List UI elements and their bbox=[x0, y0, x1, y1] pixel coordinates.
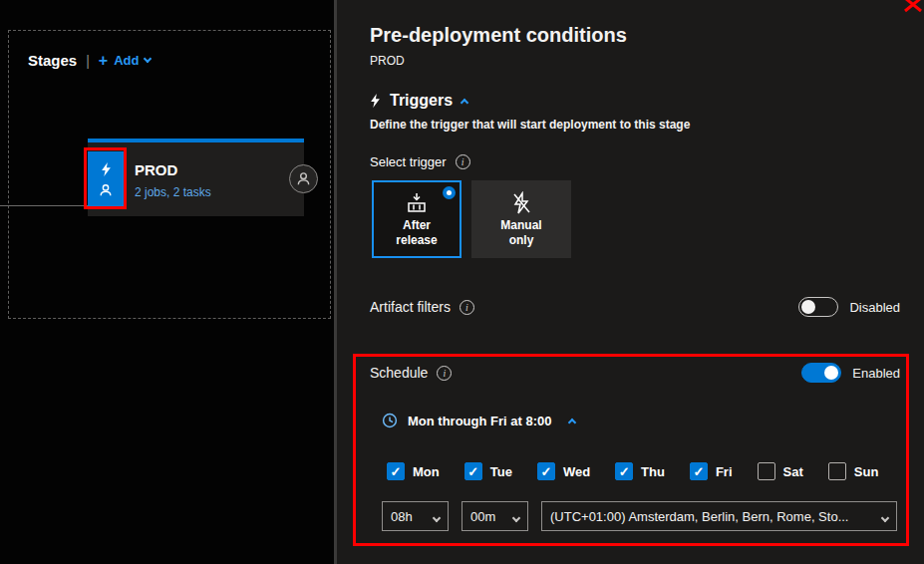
checkbox-sat[interactable] bbox=[758, 462, 775, 480]
day-tue: Tue bbox=[464, 462, 512, 480]
artifact-filters-row: Artifact filters i Disabled bbox=[370, 297, 900, 317]
after-release-icon bbox=[405, 191, 429, 215]
schedule-row: Schedule i Enabled bbox=[370, 363, 900, 383]
stage-name: PROD bbox=[135, 161, 177, 178]
info-icon[interactable]: i bbox=[460, 300, 474, 315]
info-icon[interactable]: i bbox=[437, 366, 452, 381]
checkbox-thu[interactable] bbox=[615, 462, 633, 480]
stage-card-prod[interactable]: PROD 2 jobs, 2 tasks bbox=[88, 139, 304, 216]
schedule-days: Mon Tue Wed Thu Fri Sat Sun bbox=[387, 462, 878, 480]
radio-selected-icon[interactable] bbox=[443, 186, 456, 199]
stage-trigger-icon-box[interactable] bbox=[88, 151, 124, 207]
trigger-option-after-release[interactable]: After release bbox=[372, 180, 462, 258]
checkbox-sun[interactable] bbox=[828, 462, 846, 480]
separator: | bbox=[86, 53, 90, 69]
day-label: Fri bbox=[716, 464, 733, 479]
schedule-label: Schedule bbox=[370, 365, 428, 381]
select-trigger-label: Select trigger bbox=[370, 154, 447, 169]
checkbox-tue[interactable] bbox=[464, 462, 482, 480]
manual-only-icon bbox=[509, 191, 533, 215]
add-stage-button[interactable]: + Add bbox=[99, 53, 152, 69]
timezone-dropdown[interactable]: (UTC+01:00) Amsterdam, Berlin, Bern, Rom… bbox=[541, 501, 897, 531]
chevron-up-icon bbox=[569, 414, 575, 428]
trigger-options: After release Manual only bbox=[372, 180, 571, 258]
stages-title: Stages bbox=[28, 52, 77, 69]
info-icon[interactable]: i bbox=[456, 154, 470, 169]
pipeline-canvas: Stages | + Add PROD 2 jobs, 2 tasks bbox=[0, 0, 337, 564]
day-label: Wed bbox=[563, 464, 590, 479]
artifact-filters-state: Disabled bbox=[849, 300, 900, 315]
artifact-filters-toggle[interactable] bbox=[798, 297, 838, 317]
toggle-knob bbox=[824, 366, 838, 380]
artifact-filters-label: Artifact filters bbox=[370, 299, 451, 315]
schedule-state: Enabled bbox=[852, 366, 900, 381]
day-label: Tue bbox=[490, 464, 512, 479]
plus-icon: + bbox=[99, 53, 108, 69]
triggers-description: Define the trigger that will start deplo… bbox=[370, 118, 690, 132]
chevron-down-icon bbox=[513, 509, 519, 524]
day-thu: Thu bbox=[615, 462, 665, 480]
timezone-value: (UTC+01:00) Amsterdam, Berlin, Bern, Rom… bbox=[550, 509, 848, 524]
schedule-summary-text: Mon through Fri at 8:00 bbox=[408, 414, 551, 428]
chevron-up-icon bbox=[462, 92, 467, 110]
pre-deployment-conditions-panel: Pre-deployment conditions PROD Triggers … bbox=[340, 0, 924, 564]
day-wed: Wed bbox=[537, 462, 590, 480]
panel-title: Pre-deployment conditions bbox=[370, 24, 627, 47]
checkbox-mon[interactable] bbox=[387, 462, 405, 480]
day-fri: Fri bbox=[690, 462, 733, 480]
pre-deployment-approvals-badge[interactable] bbox=[289, 164, 318, 193]
checkbox-fri[interactable] bbox=[690, 462, 708, 480]
stages-header: Stages | + Add bbox=[28, 52, 151, 69]
hour-dropdown[interactable]: 08h bbox=[382, 501, 449, 531]
lightning-icon bbox=[101, 162, 112, 176]
day-sun: Sun bbox=[828, 462, 879, 480]
chevron-down-icon bbox=[882, 509, 888, 524]
day-label: Sat bbox=[783, 464, 803, 479]
lightning-icon bbox=[370, 94, 381, 108]
day-label: Thu bbox=[641, 464, 665, 479]
hour-value: 08h bbox=[391, 509, 413, 524]
trigger-option-label: After release bbox=[385, 218, 449, 248]
trigger-option-manual-only[interactable]: Manual only bbox=[471, 180, 571, 258]
panel-stage-name: PROD bbox=[370, 54, 405, 68]
clock-icon bbox=[382, 413, 398, 428]
close-icon[interactable] bbox=[902, 0, 924, 14]
checkbox-wed[interactable] bbox=[537, 462, 555, 480]
select-trigger-row: Select trigger i bbox=[370, 154, 470, 169]
chevron-down-icon bbox=[144, 55, 152, 63]
triggers-heading: Triggers bbox=[390, 92, 453, 110]
schedule-summary-toggle[interactable]: Mon through Fri at 8:00 bbox=[382, 413, 575, 428]
stage-jobs-tasks-link[interactable]: 2 jobs, 2 tasks bbox=[135, 185, 211, 199]
triggers-section-toggle[interactable]: Triggers bbox=[370, 92, 467, 110]
day-label: Mon bbox=[413, 464, 440, 479]
day-label: Sun bbox=[854, 464, 879, 479]
trigger-option-label: Manual only bbox=[489, 218, 553, 248]
day-mon: Mon bbox=[387, 462, 440, 480]
schedule-time-row: 08h 00m (UTC+01:00) Amsterdam, Berlin, B… bbox=[382, 501, 897, 531]
add-stage-label: Add bbox=[114, 53, 139, 68]
minute-dropdown[interactable]: 00m bbox=[462, 501, 528, 531]
toggle-knob bbox=[801, 300, 815, 314]
person-icon bbox=[99, 183, 113, 197]
minute-value: 00m bbox=[470, 509, 495, 524]
stage-connector-line bbox=[0, 205, 88, 206]
chevron-down-icon bbox=[434, 509, 440, 524]
day-sat: Sat bbox=[758, 462, 803, 480]
schedule-toggle[interactable] bbox=[801, 363, 841, 383]
